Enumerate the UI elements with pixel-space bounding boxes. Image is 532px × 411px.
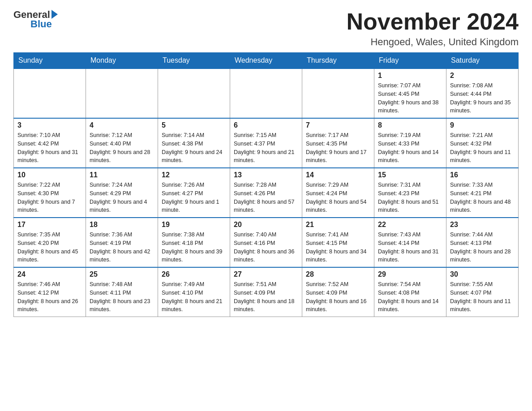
calendar-cell: 27Sunrise: 7:51 AMSunset: 4:09 PMDayligh…	[230, 267, 302, 317]
calendar-cell: 25Sunrise: 7:48 AMSunset: 4:11 PMDayligh…	[86, 267, 158, 317]
day-sun-info: Sunrise: 7:07 AMSunset: 4:45 PMDaylight:…	[378, 81, 442, 115]
calendar-table: SundayMondayTuesdayWednesdayThursdayFrid…	[13, 52, 519, 317]
day-sun-info: Sunrise: 7:33 AMSunset: 4:21 PMDaylight:…	[450, 181, 515, 214]
day-sun-info: Sunrise: 7:48 AMSunset: 4:11 PMDaylight:…	[90, 280, 154, 314]
day-sun-info: Sunrise: 7:41 AMSunset: 4:15 PMDaylight:…	[306, 231, 370, 264]
calendar-cell: 12Sunrise: 7:26 AMSunset: 4:27 PMDayligh…	[158, 168, 230, 218]
day-number: 30	[450, 270, 515, 278]
day-sun-info: Sunrise: 7:35 AMSunset: 4:20 PMDaylight:…	[17, 231, 82, 264]
day-sun-info: Sunrise: 7:36 AMSunset: 4:19 PMDaylight:…	[90, 231, 154, 264]
calendar-cell: 21Sunrise: 7:41 AMSunset: 4:15 PMDayligh…	[302, 218, 374, 267]
day-number: 14	[306, 171, 370, 179]
day-sun-info: Sunrise: 7:51 AMSunset: 4:09 PMDaylight:…	[234, 280, 298, 314]
calendar-cell: 16Sunrise: 7:33 AMSunset: 4:21 PMDayligh…	[446, 168, 519, 218]
calendar-cell: 17Sunrise: 7:35 AMSunset: 4:20 PMDayligh…	[14, 218, 86, 267]
day-number: 8	[378, 121, 442, 129]
calendar-cell: 9Sunrise: 7:21 AMSunset: 4:32 PMDaylight…	[446, 118, 519, 168]
day-sun-info: Sunrise: 7:43 AMSunset: 4:14 PMDaylight:…	[378, 231, 442, 264]
calendar-cell: 24Sunrise: 7:46 AMSunset: 4:12 PMDayligh…	[14, 267, 86, 317]
logo-triangle-icon	[51, 10, 58, 19]
day-number: 17	[17, 221, 82, 229]
day-number: 4	[90, 121, 154, 129]
day-number: 12	[162, 171, 226, 179]
day-header-tuesday: Tuesday	[158, 53, 230, 69]
logo-blue-text: Blue	[30, 18, 52, 30]
day-sun-info: Sunrise: 7:46 AMSunset: 4:12 PMDaylight:…	[17, 280, 82, 314]
day-number: 21	[306, 221, 370, 229]
day-number: 25	[90, 270, 154, 278]
day-sun-info: Sunrise: 7:49 AMSunset: 4:10 PMDaylight:…	[162, 280, 226, 314]
day-number: 28	[306, 270, 370, 278]
day-number: 9	[450, 121, 515, 129]
day-number: 13	[234, 171, 298, 179]
day-number: 11	[90, 171, 154, 179]
calendar-cell	[158, 68, 230, 118]
calendar-cell: 1Sunrise: 7:07 AMSunset: 4:45 PMDaylight…	[374, 68, 446, 118]
day-header-friday: Friday	[374, 53, 446, 69]
calendar-cell: 18Sunrise: 7:36 AMSunset: 4:19 PMDayligh…	[86, 218, 158, 267]
calendar-cell: 6Sunrise: 7:15 AMSunset: 4:37 PMDaylight…	[230, 118, 302, 168]
title-area: November 2024 Hengoed, Wales, United Kin…	[347, 9, 519, 48]
day-sun-info: Sunrise: 7:19 AMSunset: 4:33 PMDaylight:…	[378, 131, 442, 165]
calendar-cell: 30Sunrise: 7:55 AMSunset: 4:07 PMDayligh…	[446, 267, 519, 317]
day-sun-info: Sunrise: 7:31 AMSunset: 4:23 PMDaylight:…	[378, 181, 442, 214]
day-sun-info: Sunrise: 7:08 AMSunset: 4:44 PMDaylight:…	[450, 81, 515, 115]
day-sun-info: Sunrise: 7:14 AMSunset: 4:38 PMDaylight:…	[162, 131, 226, 165]
day-sun-info: Sunrise: 7:38 AMSunset: 4:18 PMDaylight:…	[162, 231, 226, 264]
day-sun-info: Sunrise: 7:15 AMSunset: 4:37 PMDaylight:…	[234, 131, 298, 165]
calendar-cell: 28Sunrise: 7:52 AMSunset: 4:09 PMDayligh…	[302, 267, 374, 317]
calendar-cell: 5Sunrise: 7:14 AMSunset: 4:38 PMDaylight…	[158, 118, 230, 168]
day-sun-info: Sunrise: 7:55 AMSunset: 4:07 PMDaylight:…	[450, 280, 515, 314]
day-number: 1	[378, 72, 442, 80]
calendar-cell: 19Sunrise: 7:38 AMSunset: 4:18 PMDayligh…	[158, 218, 230, 267]
day-number: 27	[234, 270, 298, 278]
calendar-cell: 23Sunrise: 7:44 AMSunset: 4:13 PMDayligh…	[446, 218, 519, 267]
day-number: 26	[162, 270, 226, 278]
calendar-cell	[14, 68, 86, 118]
day-number: 24	[17, 270, 82, 278]
header-row: SundayMondayTuesdayWednesdayThursdayFrid…	[14, 53, 519, 69]
page-header: General Blue November 2024 Hengoed, Wale…	[13, 9, 519, 48]
calendar-cell: 26Sunrise: 7:49 AMSunset: 4:10 PMDayligh…	[158, 267, 230, 317]
day-header-saturday: Saturday	[446, 53, 519, 69]
day-number: 16	[450, 171, 515, 179]
day-sun-info: Sunrise: 7:44 AMSunset: 4:13 PMDaylight:…	[450, 231, 515, 264]
day-sun-info: Sunrise: 7:26 AMSunset: 4:27 PMDaylight:…	[162, 181, 226, 214]
day-number: 23	[450, 221, 515, 229]
day-sun-info: Sunrise: 7:29 AMSunset: 4:24 PMDaylight:…	[306, 181, 370, 214]
day-sun-info: Sunrise: 7:54 AMSunset: 4:08 PMDaylight:…	[378, 280, 442, 314]
calendar-cell: 13Sunrise: 7:28 AMSunset: 4:26 PMDayligh…	[230, 168, 302, 218]
calendar-cell: 22Sunrise: 7:43 AMSunset: 4:14 PMDayligh…	[374, 218, 446, 267]
month-title: November 2024	[347, 9, 519, 34]
calendar-cell: 20Sunrise: 7:40 AMSunset: 4:16 PMDayligh…	[230, 218, 302, 267]
calendar-cell: 11Sunrise: 7:24 AMSunset: 4:29 PMDayligh…	[86, 168, 158, 218]
calendar-cell: 8Sunrise: 7:19 AMSunset: 4:33 PMDaylight…	[374, 118, 446, 168]
day-header-wednesday: Wednesday	[230, 53, 302, 69]
location-text: Hengoed, Wales, United Kingdom	[347, 36, 519, 48]
calendar-cell: 7Sunrise: 7:17 AMSunset: 4:35 PMDaylight…	[302, 118, 374, 168]
calendar-cell	[230, 68, 302, 118]
week-row-2: 3Sunrise: 7:10 AMSunset: 4:42 PMDaylight…	[14, 118, 519, 168]
day-sun-info: Sunrise: 7:17 AMSunset: 4:35 PMDaylight:…	[306, 131, 370, 165]
day-sun-info: Sunrise: 7:24 AMSunset: 4:29 PMDaylight:…	[90, 181, 154, 214]
day-sun-info: Sunrise: 7:21 AMSunset: 4:32 PMDaylight:…	[450, 131, 515, 165]
calendar-cell: 14Sunrise: 7:29 AMSunset: 4:24 PMDayligh…	[302, 168, 374, 218]
day-number: 20	[234, 221, 298, 229]
day-sun-info: Sunrise: 7:40 AMSunset: 4:16 PMDaylight:…	[234, 231, 298, 264]
day-number: 29	[378, 270, 442, 278]
day-number: 6	[234, 121, 298, 129]
day-sun-info: Sunrise: 7:28 AMSunset: 4:26 PMDaylight:…	[234, 181, 298, 214]
day-header-thursday: Thursday	[302, 53, 374, 69]
calendar-cell: 15Sunrise: 7:31 AMSunset: 4:23 PMDayligh…	[374, 168, 446, 218]
week-row-5: 24Sunrise: 7:46 AMSunset: 4:12 PMDayligh…	[14, 267, 519, 317]
day-number: 18	[90, 221, 154, 229]
logo: General Blue	[13, 9, 58, 30]
day-sun-info: Sunrise: 7:12 AMSunset: 4:40 PMDaylight:…	[90, 131, 154, 165]
day-sun-info: Sunrise: 7:22 AMSunset: 4:30 PMDaylight:…	[17, 181, 82, 214]
day-number: 5	[162, 121, 226, 129]
day-number: 3	[17, 121, 82, 129]
day-number: 10	[17, 171, 82, 179]
calendar-cell: 10Sunrise: 7:22 AMSunset: 4:30 PMDayligh…	[14, 168, 86, 218]
day-sun-info: Sunrise: 7:52 AMSunset: 4:09 PMDaylight:…	[306, 280, 370, 314]
calendar-cell: 3Sunrise: 7:10 AMSunset: 4:42 PMDaylight…	[14, 118, 86, 168]
